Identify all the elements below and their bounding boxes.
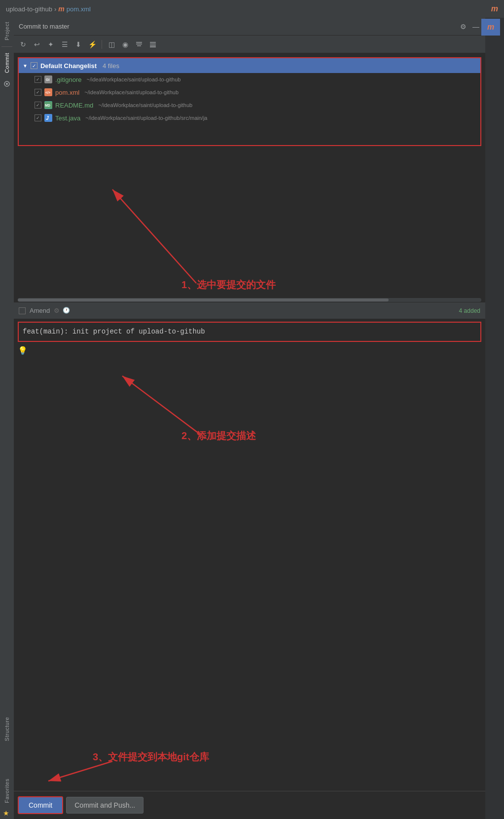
changelist-checkbox[interactable]: ✓ <box>31 62 37 69</box>
download-btn[interactable]: ⬇ <box>72 38 85 51</box>
clock-icon[interactable]: 🕐 <box>63 307 70 314</box>
arrow1-svg <box>14 150 485 298</box>
test-java-path: ~/ideaWorkplace/saint/upload-to-github/s… <box>85 115 207 121</box>
commit-panel: Commit to master ⚙ — ↻ ↩ ✦ ☰ ⬇ ⚡ ◫ ◉ <box>14 18 485 819</box>
file-item-gitignore[interactable]: ✓ GI .gitignore ~/ideaWorkplace/saint/up… <box>19 73 480 86</box>
align-btn[interactable] <box>133 38 145 51</box>
svg-rect-5 <box>150 42 156 43</box>
svg-rect-7 <box>150 45 156 46</box>
sidebar-item-project[interactable]: Project <box>2 18 12 44</box>
annotation3-container: 3、文件提交到本地git仓库 <box>14 742 485 791</box>
commit-button[interactable]: Commit <box>18 796 63 814</box>
svg-text:</>: </> <box>45 91 50 94</box>
svg-rect-6 <box>150 43 156 44</box>
arrow3-svg <box>14 742 485 791</box>
git-icon[interactable] <box>2 79 12 89</box>
spacer <box>14 455 485 742</box>
annotation1-text: 1、选中要提交的文件 <box>181 278 276 292</box>
svg-rect-4 <box>137 45 141 46</box>
xml-icon: </> <box>44 88 52 96</box>
svg-point-1 <box>6 83 8 85</box>
commit-message-text: feat(main): init project of upload-to-gi… <box>23 328 205 335</box>
options-icons: ⚙ 🕐 <box>54 307 70 314</box>
annotation3-text: 3、文件提交到本地git仓库 <box>93 750 209 764</box>
commit-message-input[interactable]: feat(main): init project of upload-to-gi… <box>18 322 481 342</box>
svg-rect-2 <box>136 42 142 43</box>
branch-indicator: m <box>481 19 500 36</box>
file-item-readme[interactable]: ✓ MD README.md ~/ideaWorkplace/saint/upl… <box>19 99 480 112</box>
changelist-header[interactable]: ▼ ✓ Default Changelist 4 files <box>19 58 480 73</box>
java-icon: J <box>44 114 52 122</box>
favorites-star-icon[interactable]: ★ <box>3 809 11 817</box>
sidebar-item-structure[interactable]: Structure <box>2 713 12 745</box>
changelist-count: 4 files <box>103 62 119 70</box>
list-btn[interactable]: ☰ <box>58 38 71 51</box>
minimize-icon[interactable]: — <box>471 22 480 31</box>
svg-line-18 <box>112 189 196 283</box>
svg-line-20 <box>122 376 201 435</box>
svg-rect-8 <box>150 46 156 47</box>
file-checkbox-test-java[interactable]: ✓ <box>35 114 41 121</box>
added-count: 4 added <box>459 307 480 314</box>
file-checkbox-gitignore[interactable]: ✓ <box>35 76 41 83</box>
pom-xml-path: ~/ideaWorkplace/saint/upload-to-github <box>84 89 179 95</box>
annotation2-text: 2、添加提交描述 <box>181 429 256 443</box>
options-bar: Amend ⚙ 🕐 4 added <box>14 302 485 319</box>
repo-name: upload-to-github <box>6 5 52 13</box>
eye-btn[interactable]: ◉ <box>119 38 132 51</box>
scrollbar-thumb[interactable] <box>18 298 389 301</box>
action-btn[interactable]: ⚡ <box>86 38 99 51</box>
svg-text:J: J <box>46 115 49 121</box>
md-icon: MD <box>44 101 52 109</box>
left-sidebar: Project Commit Structure Favorites ★ <box>0 18 14 819</box>
pom-xml-filename: pom.xml <box>55 89 79 96</box>
split-btn[interactable]: ◫ <box>105 38 118 51</box>
annotation3-area: 3、文件提交到本地git仓库 Commit Commit and Push... <box>14 742 485 819</box>
file-list-container: ▼ ✓ Default Changelist 4 files ✓ GI .git… <box>18 57 481 146</box>
amend-label: Amend <box>30 307 50 314</box>
file-name: pom.xml <box>67 5 91 13</box>
svg-text:GI: GI <box>46 78 49 81</box>
gitignore-path: ~/ideaWorkplace/saint/upload-to-github <box>86 76 180 82</box>
panel-header-actions: ⚙ — <box>459 22 480 31</box>
lightbulb-icon[interactable]: 💡 <box>18 346 481 355</box>
line-numbers: m <box>485 18 504 819</box>
file-checkbox-readme[interactable]: ✓ <box>35 102 41 109</box>
refresh-btn[interactable]: ↻ <box>17 38 30 51</box>
amend-checkbox[interactable] <box>19 307 26 314</box>
breadcrumb-bar: upload-to-github › m pom.xml m <box>0 0 504 18</box>
test-java-filename: Test.java <box>55 114 80 122</box>
file-item-pom-xml[interactable]: ✓ </> pom.xml ~/ideaWorkplace/saint/uplo… <box>19 86 480 99</box>
branch-m-right: m <box>487 23 494 32</box>
panel-header: Commit to master ⚙ — <box>14 18 485 36</box>
gitignore-filename: .gitignore <box>55 76 81 83</box>
scrollbar-track[interactable] <box>18 298 481 302</box>
maven-icon: m <box>58 5 64 13</box>
annotation1-area: 1、选中要提交的文件 <box>14 150 485 298</box>
svg-rect-3 <box>136 43 142 44</box>
settings-options-icon[interactable]: ⚙ <box>54 307 60 314</box>
svg-line-22 <box>48 761 112 781</box>
svg-text:MD: MD <box>45 104 50 107</box>
readme-filename: README.md <box>55 102 93 109</box>
file-item-test-java[interactable]: ✓ J Test.java ~/ideaWorkplace/saint/uplo… <box>19 112 480 124</box>
undo-btn[interactable]: ↩ <box>31 38 43 51</box>
sidebar-item-favorites[interactable]: Favorites <box>2 775 12 807</box>
toolbar-separator <box>102 40 102 49</box>
settings-icon[interactable]: ⚙ <box>459 22 468 31</box>
annotation2-area: 2、添加提交描述 <box>14 356 485 455</box>
move-btn[interactable]: ✦ <box>44 38 57 51</box>
commit-push-button[interactable]: Commit and Push... <box>66 797 144 814</box>
commit-buttons-area: Commit Commit and Push... <box>14 791 485 819</box>
sidebar-item-commit[interactable]: Commit <box>2 49 12 77</box>
changelist-chevron: ▼ <box>23 63 28 69</box>
gitignore-icon: GI <box>44 75 52 83</box>
file-checkbox-pom-xml[interactable]: ✓ <box>35 89 41 96</box>
panel-title: Commit to master <box>19 23 70 30</box>
collapse-btn[interactable] <box>146 38 159 51</box>
readme-path: ~/ideaWorkplace/saint/upload-to-github <box>98 102 192 108</box>
changelist-name: Default Changelist <box>40 62 97 70</box>
toolbar: ↻ ↩ ✦ ☰ ⬇ ⚡ ◫ ◉ <box>14 36 485 53</box>
branch-m-icon: m <box>491 4 498 13</box>
breadcrumb-separator: › <box>54 5 56 13</box>
